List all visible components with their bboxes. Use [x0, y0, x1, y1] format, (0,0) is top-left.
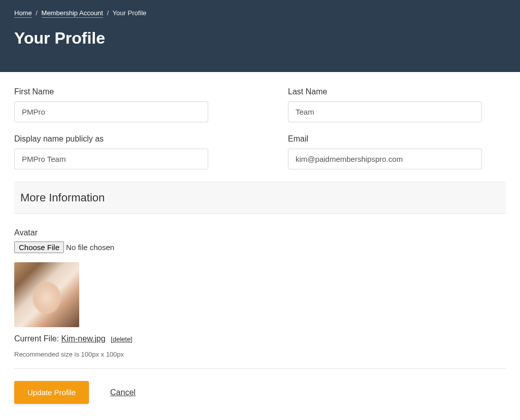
last-name-label: Last Name	[288, 87, 506, 96]
file-input-row: Choose File No file chosen	[14, 241, 506, 253]
update-profile-button[interactable]: Update Profile	[14, 381, 89, 404]
delete-file-link[interactable]: [delete]	[111, 335, 133, 343]
content-area: First Name Last Name Display name public…	[0, 72, 520, 419]
display-name-input[interactable]	[14, 149, 208, 169]
breadcrumb-current: Your Profile	[113, 9, 147, 17]
last-name-input[interactable]	[288, 101, 482, 122]
current-file-prefix: Current File:	[14, 334, 61, 343]
page-header: Home / Membership Account / Your Profile…	[0, 0, 520, 72]
page-title: Your Profile	[14, 29, 506, 48]
action-divider	[14, 368, 506, 369]
form-actions: Update Profile Cancel	[14, 381, 506, 404]
avatar-label: Avatar	[14, 228, 506, 237]
avatar-preview-image	[14, 262, 79, 327]
choose-file-button[interactable]: Choose File	[14, 241, 64, 253]
breadcrumb: Home / Membership Account / Your Profile	[14, 9, 506, 17]
recommended-size: Recommended size is 100px x 100px	[14, 351, 506, 358]
display-name-group: Display name publicly as	[14, 134, 232, 169]
more-information-header: More Information	[14, 182, 506, 214]
first-name-input[interactable]	[14, 101, 208, 122]
breadcrumb-separator: /	[36, 9, 38, 17]
email-label: Email	[288, 134, 506, 144]
avatar-section: Avatar Choose File No file chosen Curren…	[14, 228, 506, 358]
current-file-link[interactable]: Kim-new.jpg	[61, 334, 105, 343]
email-input[interactable]	[288, 149, 482, 169]
first-name-group: First Name	[14, 87, 232, 122]
email-group: Email	[288, 134, 506, 169]
breadcrumb-separator: /	[107, 9, 109, 17]
file-status: No file chosen	[66, 243, 114, 252]
breadcrumb-account[interactable]: Membership Account	[42, 9, 103, 18]
current-file: Current File: Kim-new.jpg [delete]	[14, 334, 506, 343]
breadcrumb-home[interactable]: Home	[14, 9, 32, 18]
more-information-title: More Information	[20, 191, 500, 204]
last-name-group: Last Name	[288, 87, 506, 122]
display-name-label: Display name publicly as	[14, 134, 232, 144]
first-name-label: First Name	[14, 87, 232, 96]
cancel-button[interactable]: Cancel	[110, 388, 136, 397]
